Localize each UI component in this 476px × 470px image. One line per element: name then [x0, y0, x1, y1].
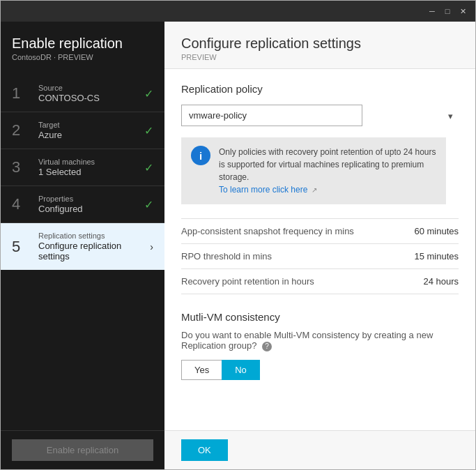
step-2[interactable]: 2 Target Azure ✓ [1, 112, 164, 149]
step-3-number: 3 [12, 158, 33, 176]
step-5[interactable]: 5 Replication settings Configure replica… [1, 223, 164, 270]
step-4-info: Properties Configured [38, 195, 144, 214]
step-5-label: Replication settings [38, 232, 150, 240]
right-header: Configure replication settings PREVIEW [164, 22, 475, 69]
step-5-number: 5 [12, 238, 33, 256]
step-5-info: Replication settings Configure replicati… [38, 232, 150, 261]
settings-label-0: App-consistent snapshot frequency in min… [181, 226, 354, 236]
step-1[interactable]: 1 Source CONTOSO-CS ✓ [1, 75, 164, 112]
multivms-section: Mutli-VM consistency Do you want to enab… [181, 311, 459, 380]
step-2-number: 2 [12, 121, 33, 139]
step-1-info: Source CONTOSO-CS [38, 84, 144, 103]
right-title: Configure replication settings [181, 36, 459, 52]
step-4-check-icon: ✓ [144, 198, 153, 211]
settings-row-0: App-consistent snapshot frequency in min… [181, 219, 459, 244]
step-4-number: 4 [12, 195, 33, 213]
step-4[interactable]: 4 Properties Configured ✓ [1, 186, 164, 223]
settings-value-0: 60 minutes [414, 226, 459, 236]
step-1-number: 1 [12, 84, 33, 103]
right-panel: Configure replication settings PREVIEW R… [164, 22, 475, 469]
step-2-value: Azure [38, 130, 144, 140]
info-text: Only policies with recovery point retent… [219, 146, 436, 196]
step-3[interactable]: 3 Virtual machines 1 Selected ✓ [1, 149, 164, 186]
left-title: Enable replication [12, 36, 153, 52]
step-2-info: Target Azure [38, 121, 144, 140]
settings-row-1: RPO threshold in mins 15 minutes [181, 244, 459, 269]
left-footer: Enable replication [1, 430, 164, 469]
info-box: i Only policies with recovery point rete… [181, 137, 446, 204]
settings-table: App-consistent snapshot frequency in min… [181, 218, 459, 294]
step-1-label: Source [38, 84, 144, 92]
ok-button[interactable]: OK [181, 439, 228, 461]
settings-row-2: Recovery point retention in hours 24 hou… [181, 269, 459, 294]
step-3-value: 1 Selected [38, 167, 144, 177]
info-body-text: Only policies with recovery point retent… [219, 147, 436, 182]
step-3-info: Virtual machines 1 Selected [38, 158, 144, 177]
step-2-check-icon: ✓ [144, 124, 153, 137]
app-window: ─ □ ✕ Enable replication ContosoDR · PRE… [0, 0, 476, 470]
left-subtitle: ContosoDR · PREVIEW [12, 53, 153, 61]
no-button[interactable]: No [222, 360, 260, 380]
settings-label-2: Recovery point retention in hours [181, 276, 314, 287]
settings-label-1: RPO threshold in mins [181, 251, 272, 261]
main-layout: Enable replication ContosoDR · PREVIEW 1… [1, 22, 475, 469]
minimize-button[interactable]: ─ [427, 6, 438, 17]
step-2-label: Target [38, 121, 144, 129]
right-content: Replication policy vmware-policy ▾ i Onl… [164, 69, 475, 430]
left-panel: Enable replication ContosoDR · PREVIEW 1… [1, 22, 164, 469]
left-header: Enable replication ContosoDR · PREVIEW [1, 22, 164, 68]
yes-no-group: Yes No [181, 360, 459, 380]
title-bar: ─ □ ✕ [1, 1, 475, 22]
help-icon[interactable]: ? [262, 342, 272, 351]
window-controls: ─ □ ✕ [427, 6, 468, 17]
preview-label: PREVIEW [181, 53, 459, 61]
multivms-title: Mutli-VM consistency [181, 311, 459, 323]
enable-replication-button[interactable]: Enable replication [12, 439, 153, 461]
step-1-check-icon: ✓ [144, 87, 153, 100]
policy-dropdown[interactable]: vmware-policy [181, 105, 362, 126]
settings-value-1: 15 minutes [414, 251, 459, 261]
settings-value-2: 24 hours [423, 276, 459, 287]
step-5-arrow-icon: › [150, 241, 153, 252]
policy-dropdown-wrap: vmware-policy ▾ [181, 105, 459, 126]
maximize-button[interactable]: □ [442, 6, 453, 17]
yes-button[interactable]: Yes [181, 360, 222, 380]
step-4-label: Properties [38, 195, 144, 203]
steps-list: 1 Source CONTOSO-CS ✓ 2 Target Azure ✓ [1, 68, 164, 430]
step-3-label: Virtual machines [38, 158, 144, 166]
multivms-question-text: Do you want to enable Multi-VM consisten… [181, 330, 433, 351]
multivms-question: Do you want to enable Multi-VM consisten… [181, 330, 459, 351]
step-3-check-icon: ✓ [144, 161, 153, 174]
external-link-icon: ↗ [312, 186, 317, 194]
close-button[interactable]: ✕ [457, 6, 468, 17]
step-1-value: CONTOSO-CS [38, 93, 144, 103]
replication-policy-title: Replication policy [181, 83, 459, 95]
step-5-value: Configure replication settings [38, 241, 150, 261]
dropdown-arrow-icon: ▾ [448, 110, 453, 121]
info-link[interactable]: To learn more click here [219, 185, 307, 195]
step-4-value: Configured [38, 204, 144, 214]
info-circle-icon: i [191, 146, 210, 165]
right-footer: OK [164, 430, 475, 469]
